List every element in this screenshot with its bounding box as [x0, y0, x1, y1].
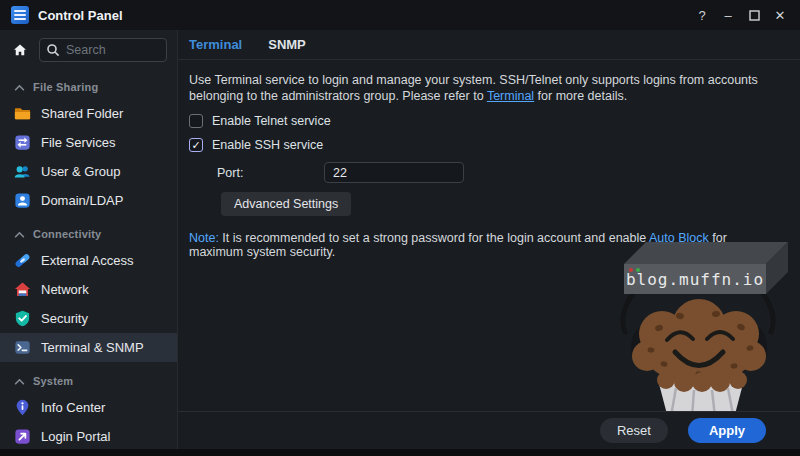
login-portal-icon — [12, 427, 32, 447]
telnet-row: Enable Telnet service — [189, 114, 776, 128]
window-title: Control Panel — [38, 8, 123, 23]
shared-folder-icon — [12, 104, 32, 124]
window-bottom-edge — [0, 449, 800, 456]
led-green — [636, 268, 640, 272]
sidebar-item-security[interactable]: Security — [0, 304, 177, 333]
footer-bar: Reset Apply — [178, 411, 800, 449]
ssh-label: Enable SSH service — [212, 138, 323, 152]
watermark-text: blog.muffn.io — [626, 270, 764, 289]
file-services-icon — [12, 133, 32, 153]
sidebar-item-domain-ldap[interactable]: Domain/LDAP — [0, 186, 177, 215]
sidebar: File Sharing Shared Folder File Services… — [0, 30, 178, 449]
sidebar-item-label: User & Group — [41, 164, 120, 179]
chevron-up-icon — [14, 84, 25, 91]
reset-button[interactable]: Reset — [600, 418, 668, 443]
enable-telnet-checkbox[interactable] — [189, 114, 203, 128]
section-header-connectivity[interactable]: Connectivity — [0, 222, 177, 246]
sidebar-item-label: Network — [41, 282, 89, 297]
sidebar-item-login-portal[interactable]: Login Portal — [0, 422, 177, 449]
port-label: Port: — [217, 166, 324, 180]
watermark-muffin: blog.muffn.io — [604, 232, 794, 432]
help-button[interactable]: ? — [690, 3, 714, 27]
minimize-button[interactable]: – — [716, 3, 740, 27]
sidebar-item-external-access[interactable]: External Access — [0, 246, 177, 275]
sidebar-item-user-group[interactable]: User & Group — [0, 157, 177, 186]
terminal-link[interactable]: Terminal — [487, 89, 534, 103]
sidebar-item-info-center[interactable]: Info Center — [0, 393, 177, 422]
sidebar-item-label: Shared Folder — [41, 106, 123, 121]
sidebar-item-label: Domain/LDAP — [41, 193, 123, 208]
terminal-description: Use Terminal service to login and manage… — [189, 72, 776, 104]
sidebar-item-shared-folder[interactable]: Shared Folder — [0, 99, 177, 128]
note-text: Note: It is recommended to set a strong … — [189, 231, 776, 259]
sidebar-item-network[interactable]: Network — [0, 275, 177, 304]
titlebar: Control Panel ? – ✕ — [0, 0, 800, 30]
port-row: Port: — [217, 162, 776, 183]
network-icon — [12, 280, 32, 300]
port-input[interactable] — [324, 162, 464, 183]
advanced-settings-button[interactable]: Advanced Settings — [221, 192, 351, 216]
search-box — [39, 38, 167, 62]
security-icon — [12, 309, 32, 329]
tab-snmp[interactable]: SNMP — [268, 37, 306, 52]
enable-ssh-checkbox[interactable]: ✓ — [189, 138, 203, 152]
home-icon — [12, 42, 28, 58]
control-panel-window: Control Panel ? – ✕ File Sharing — [0, 0, 800, 456]
main-panel: Terminal SNMP Use Terminal service to lo… — [178, 30, 800, 449]
sidebar-item-terminal-snmp[interactable]: Terminal & SNMP — [0, 333, 177, 362]
sidebar-item-label: Login Portal — [41, 429, 110, 444]
user-group-icon — [12, 162, 32, 182]
sidebar-item-label: Terminal & SNMP — [41, 340, 144, 355]
tab-terminal[interactable]: Terminal — [189, 37, 242, 52]
maximize-button[interactable] — [742, 3, 766, 27]
sidebar-item-file-services[interactable]: File Services — [0, 128, 177, 157]
section-header-system[interactable]: System — [0, 369, 177, 393]
apply-button[interactable]: Apply — [688, 418, 766, 443]
tab-bar: Terminal SNMP — [178, 30, 800, 60]
home-button[interactable] — [8, 38, 32, 62]
domain-ldap-icon — [12, 191, 32, 211]
close-button[interactable]: ✕ — [768, 3, 792, 27]
terminal-icon — [12, 338, 32, 358]
control-panel-icon — [11, 6, 29, 24]
sidebar-item-label: Security — [41, 311, 88, 326]
sidebar-item-label: Info Center — [41, 400, 105, 415]
search-icon — [46, 43, 60, 57]
chevron-up-icon — [14, 378, 25, 385]
sidebar-item-label: File Services — [41, 135, 115, 150]
sidebar-item-label: External Access — [41, 253, 134, 268]
external-access-icon — [12, 251, 32, 271]
led-red — [629, 268, 633, 272]
info-center-icon — [12, 398, 32, 418]
section-header-file-sharing[interactable]: File Sharing — [0, 75, 177, 99]
telnet-label: Enable Telnet service — [212, 114, 331, 128]
chevron-up-icon — [14, 231, 25, 238]
ssh-row: ✓ Enable SSH service — [189, 138, 776, 152]
auto-block-link[interactable]: Auto Block — [649, 231, 709, 245]
